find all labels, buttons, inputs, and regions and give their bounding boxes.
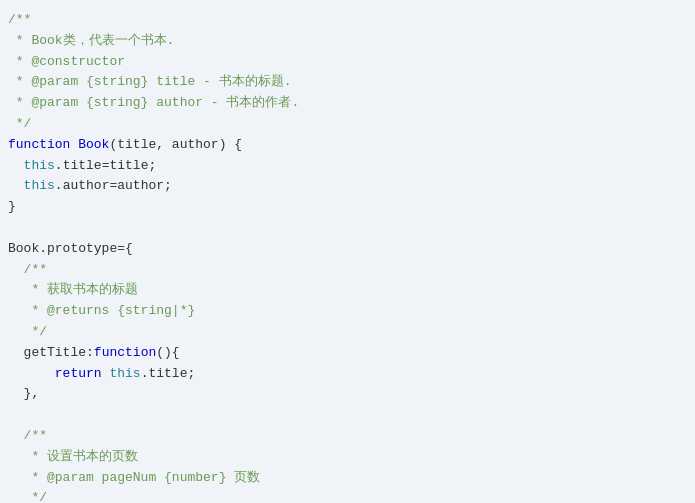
code-token: * @param pageNum {number} 页数 <box>8 468 260 489</box>
code-line: this.author=author; <box>8 176 695 197</box>
code-line: * @param {string} author - 书本的作者. <box>8 93 695 114</box>
code-line: Book.prototype={ <box>8 239 695 260</box>
code-token: (title, author) { <box>109 135 242 156</box>
code-line: * @returns {string|*} <box>8 301 695 322</box>
code-token: (){ <box>156 343 179 364</box>
code-token: */ <box>8 322 47 343</box>
code-line: * 设置书本的页数 <box>8 447 695 468</box>
code-token: /** <box>8 426 47 447</box>
code-token: title <box>156 72 195 93</box>
code-line: * Book类，代表一个书本. <box>8 31 695 52</box>
code-token: this <box>109 364 140 385</box>
code-token: } <box>8 197 16 218</box>
code-line: this.title=title; <box>8 156 695 177</box>
code-token: */ <box>8 488 47 503</box>
code-token <box>8 364 55 385</box>
code-editor: /** * Book类，代表一个书本. * @constructor * @pa… <box>0 0 695 503</box>
code-token: /** <box>8 260 47 281</box>
code-line: */ <box>8 488 695 503</box>
code-token: function <box>94 343 156 364</box>
code-token: * 设置书本的页数 <box>8 447 138 468</box>
code-line: } <box>8 197 695 218</box>
code-token: /** <box>8 10 31 31</box>
code-token: this <box>24 176 55 197</box>
code-line: * @constructor <box>8 52 695 73</box>
code-line: return this.title; <box>8 364 695 385</box>
code-token: .title; <box>141 364 196 385</box>
code-line: */ <box>8 114 695 135</box>
code-line: getTitle:function(){ <box>8 343 695 364</box>
code-token: * @returns {string|*} <box>8 301 195 322</box>
code-token: return <box>55 364 110 385</box>
code-token: .author=author; <box>55 176 172 197</box>
code-token: * Book类，代表一个书本. <box>8 31 174 52</box>
code-token: * @constructor <box>8 52 125 73</box>
code-token: Book.prototype={ <box>8 239 133 260</box>
code-token: getTitle: <box>8 343 94 364</box>
code-token: this <box>24 156 55 177</box>
code-line: * @param {string} title - 书本的标题. <box>8 72 695 93</box>
code-token <box>8 156 24 177</box>
code-token: * @param {string} author - 书本的作者. <box>8 93 299 114</box>
code-line: */ <box>8 322 695 343</box>
code-token: function <box>8 135 78 156</box>
code-token <box>8 176 24 197</box>
code-token: }, <box>8 384 39 405</box>
code-line: * 获取书本的标题 <box>8 280 695 301</box>
code-token: * 获取书本的标题 <box>8 280 138 301</box>
code-token: .title=title; <box>55 156 156 177</box>
code-line <box>8 405 695 426</box>
code-line: }, <box>8 384 695 405</box>
code-line: /** <box>8 10 695 31</box>
code-line: * @param pageNum {number} 页数 <box>8 468 695 489</box>
code-line <box>8 218 695 239</box>
code-token: - 书本的标题. <box>195 72 291 93</box>
code-token: */ <box>8 114 31 135</box>
code-token: * @param {string} <box>8 72 156 93</box>
code-line: /** <box>8 260 695 281</box>
code-line: /** <box>8 426 695 447</box>
code-token: Book <box>78 135 109 156</box>
code-line: function Book(title, author) { <box>8 135 695 156</box>
